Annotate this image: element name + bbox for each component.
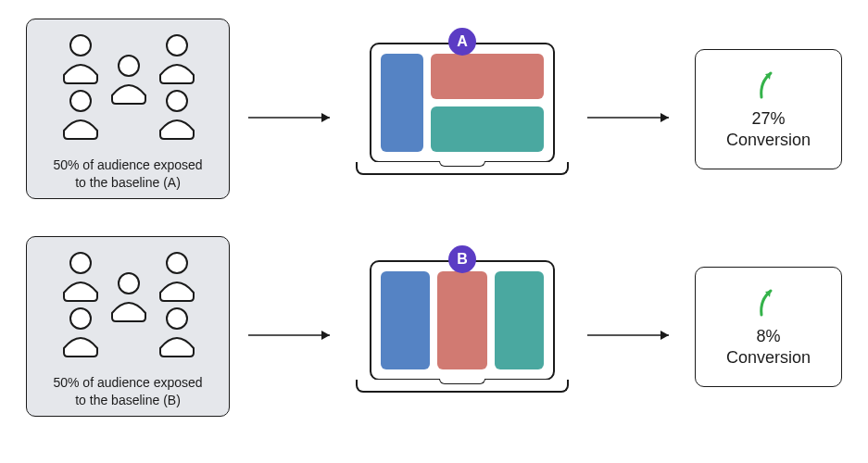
audience-people-icon [44,246,212,370]
svg-point-2 [119,56,139,76]
arrow-icon [246,108,339,110]
trend-up-icon [756,68,782,104]
audience-people-icon [44,29,212,153]
ab-row-a: 50% of audience exposed to the baseline … [26,19,842,199]
trend-up-icon [756,285,782,321]
svg-point-9 [119,273,139,294]
variant-a-laptop: A [356,43,569,175]
svg-point-4 [167,91,187,111]
svg-point-11 [167,308,187,329]
layout-block-blue [381,271,430,369]
laptop-base-icon [356,380,569,393]
result-percent: 27% [751,109,785,129]
layout-block-red [431,54,544,99]
variant-badge-a: A [448,28,476,56]
svg-point-7 [70,253,91,273]
caption-line1: 50% of audience exposed [53,375,202,390]
layout-block-teal [495,271,544,369]
ab-row-b: 50% of audience exposed to the baseline … [26,236,842,417]
laptop-base-icon [356,162,569,175]
result-label: Conversion [726,131,811,150]
arrow-icon [246,326,339,328]
svg-point-8 [167,253,187,273]
arrow-icon [585,108,678,110]
result-percent: 8% [756,327,780,346]
variant-badge-b: B [448,245,476,273]
audience-caption-a: 50% of audience exposed to the baseline … [53,156,202,192]
layout-block-red [437,271,486,369]
result-panel-a: 27% Conversion [695,49,842,169]
result-label: Conversion [726,348,811,368]
layout-block-teal [431,106,544,152]
svg-point-0 [70,35,91,56]
audience-panel-a: 50% of audience exposed to the baseline … [26,19,230,199]
result-panel-b: 8% Conversion [695,267,842,387]
screen-layout-b [370,260,555,381]
layout-block-blue [381,54,423,152]
caption-line1: 50% of audience exposed [53,157,202,172]
screen-layout-a [370,43,555,163]
laptop-icon [356,260,569,393]
caption-line2: to the baseline (B) [75,393,181,407]
svg-point-3 [70,91,91,111]
audience-caption-b: 50% of audience exposed to the baseline … [53,374,202,409]
svg-point-1 [167,35,187,56]
caption-line2: to the baseline (A) [75,175,181,190]
arrow-icon [585,326,678,328]
audience-panel-b: 50% of audience exposed to the baseline … [26,236,230,417]
variant-b-laptop: B [356,260,569,393]
svg-point-10 [70,308,91,329]
laptop-icon [356,43,569,175]
